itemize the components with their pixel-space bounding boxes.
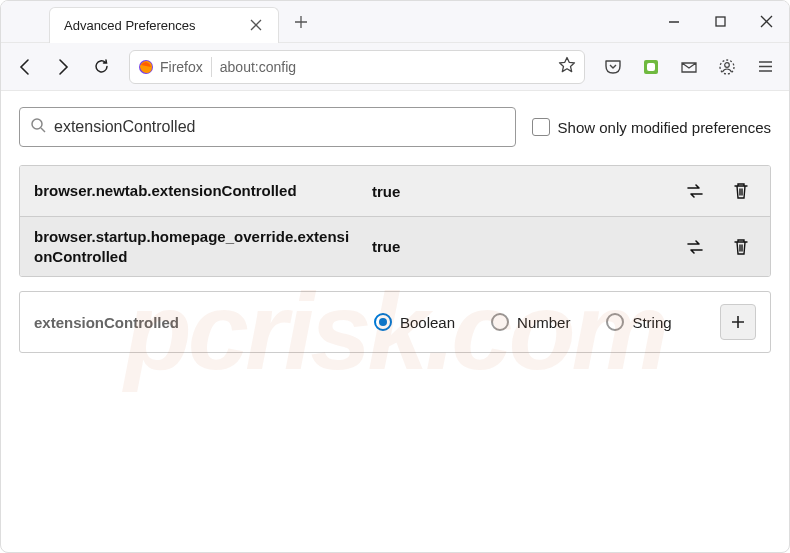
- svg-rect-3: [647, 63, 655, 71]
- search-box[interactable]: [19, 107, 516, 147]
- maximize-button[interactable]: [697, 1, 743, 43]
- firefox-icon: [138, 59, 154, 75]
- svg-point-5: [725, 62, 730, 67]
- reload-button[interactable]: [85, 51, 117, 83]
- url-identity: Firefox: [138, 59, 203, 75]
- radio-icon: [606, 313, 624, 331]
- show-modified-checkbox[interactable]: Show only modified preferences: [532, 118, 771, 136]
- toolbar: Firefox about:config: [1, 43, 789, 91]
- new-pref-name: extensionControlled: [34, 314, 354, 331]
- delete-icon[interactable]: [726, 232, 756, 262]
- pref-value: true: [372, 238, 400, 255]
- radio-number[interactable]: Number: [491, 313, 570, 331]
- browser-tab[interactable]: Advanced Preferences: [49, 7, 279, 43]
- extension-icon[interactable]: [635, 51, 667, 83]
- prefs-table: browser.newtab.extensionControlled true …: [19, 165, 771, 277]
- tab-title: Advanced Preferences: [64, 18, 248, 33]
- radio-label: String: [632, 314, 671, 331]
- mail-icon[interactable]: [673, 51, 705, 83]
- radio-boolean[interactable]: Boolean: [374, 313, 455, 331]
- checkbox-icon: [532, 118, 550, 136]
- window-controls: [651, 1, 789, 43]
- toggle-icon[interactable]: [680, 176, 710, 206]
- forward-button[interactable]: [47, 51, 79, 83]
- titlebar: Advanced Preferences: [1, 1, 789, 43]
- add-pref-button[interactable]: [720, 304, 756, 340]
- pref-actions: [680, 176, 756, 206]
- pref-row[interactable]: browser.startup.homepage_override.extens…: [20, 216, 770, 276]
- bookmark-star-icon[interactable]: [558, 56, 576, 78]
- url-bar[interactable]: Firefox about:config: [129, 50, 585, 84]
- pref-name: browser.newtab.extensionControlled: [34, 181, 354, 201]
- content-area: Show only modified preferences browser.n…: [1, 91, 789, 369]
- minimize-button[interactable]: [651, 1, 697, 43]
- pocket-icon[interactable]: [597, 51, 629, 83]
- pref-actions: [680, 232, 756, 262]
- radio-label: Boolean: [400, 314, 455, 331]
- checkbox-label: Show only modified preferences: [558, 119, 771, 136]
- new-pref-row: extensionControlled Boolean Number Strin…: [19, 291, 771, 353]
- type-options: Boolean Number String: [374, 313, 672, 331]
- svg-point-6: [32, 119, 42, 129]
- radio-string[interactable]: String: [606, 313, 671, 331]
- radio-icon: [374, 313, 392, 331]
- search-icon: [30, 117, 46, 137]
- new-tab-button[interactable]: [287, 8, 315, 36]
- pref-name: browser.startup.homepage_override.extens…: [34, 227, 354, 266]
- search-input[interactable]: [54, 118, 505, 136]
- url-brand-label: Firefox: [160, 59, 203, 75]
- toggle-icon[interactable]: [680, 232, 710, 262]
- svg-rect-0: [716, 17, 725, 26]
- pref-value: true: [372, 183, 400, 200]
- url-address: about:config: [220, 59, 296, 75]
- menu-icon[interactable]: [749, 51, 781, 83]
- pref-row[interactable]: browser.newtab.extensionControlled true: [20, 166, 770, 216]
- close-window-button[interactable]: [743, 1, 789, 43]
- radio-label: Number: [517, 314, 570, 331]
- back-button[interactable]: [9, 51, 41, 83]
- radio-icon: [491, 313, 509, 331]
- close-tab-icon[interactable]: [248, 17, 264, 33]
- account-icon[interactable]: [711, 51, 743, 83]
- delete-icon[interactable]: [726, 176, 756, 206]
- search-row: Show only modified preferences: [19, 107, 771, 147]
- url-divider: [211, 57, 212, 77]
